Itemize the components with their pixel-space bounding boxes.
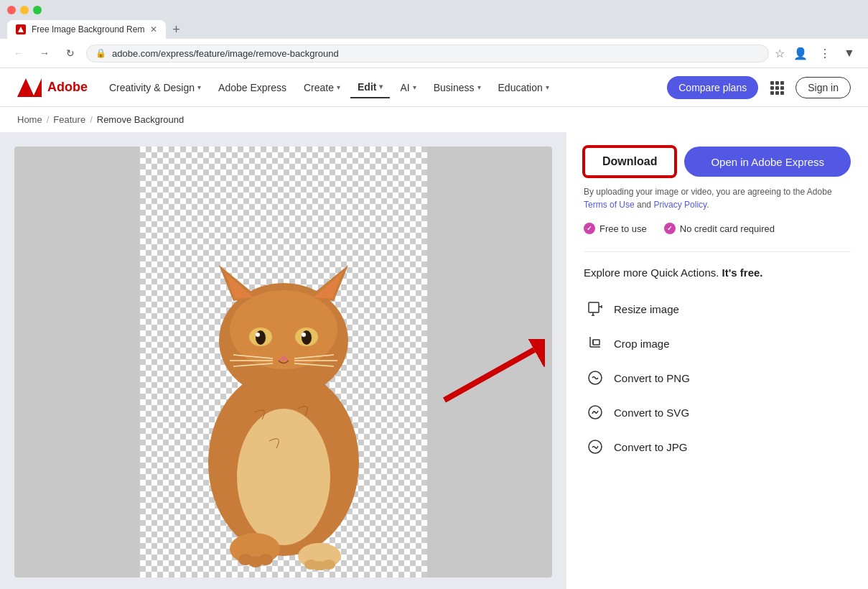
nav-edit[interactable]: Edit ▾ (350, 77, 390, 98)
terms-of-use-link[interactable]: Terms of Use (584, 200, 635, 210)
svg-point-37 (258, 554, 273, 565)
svg-rect-11 (780, 91, 784, 95)
breadcrumb-home[interactable]: Home (17, 114, 42, 125)
svg-rect-9 (770, 91, 774, 95)
forward-button[interactable]: → (34, 43, 55, 63)
svg-rect-10 (775, 91, 779, 95)
svg-marker-1 (17, 78, 34, 97)
image-panel (0, 132, 566, 589)
chevron-down-icon: ▾ (197, 83, 201, 91)
resize-icon (587, 300, 604, 317)
address-input[interactable] (112, 48, 760, 59)
svg-point-23 (302, 330, 312, 345)
chevron-down-icon: ▾ (413, 83, 416, 91)
nav-education[interactable]: Education ▾ (491, 78, 556, 98)
breadcrumb-separator-1: / (47, 114, 50, 125)
divider (584, 251, 851, 252)
extensions-button[interactable]: ▼ (839, 43, 859, 63)
image-container (14, 147, 552, 578)
bookmark-icon[interactable]: ☆ (775, 47, 785, 60)
nav-adobe-express[interactable]: Adobe Express (211, 78, 294, 98)
breadcrumb-current: Remove Background (97, 114, 184, 125)
breadcrumb: Home / Feature / Remove Background (0, 107, 868, 132)
action-buttons: Download Open in Adobe Express (584, 147, 851, 177)
main-navigation: Adobe Creativity & Design ▾ Adobe Expres… (0, 68, 868, 107)
convert-png-icon (587, 369, 604, 386)
chevron-down-icon: ▾ (477, 83, 481, 91)
free-badges: Free to use No credit card required (584, 223, 851, 234)
right-panel: Download Open in Adobe Express By upload… (566, 132, 868, 589)
tab-favicon (16, 24, 26, 34)
svg-rect-5 (780, 81, 784, 85)
back-button[interactable]: ← (9, 43, 29, 63)
convert-jpg-icon (587, 438, 604, 455)
svg-point-13 (237, 409, 330, 545)
quick-action-svg[interactable]: Convert to SVG (584, 396, 851, 428)
breadcrumb-separator-2: / (90, 114, 93, 125)
new-tab-button[interactable]: + (167, 21, 185, 38)
compare-plans-button[interactable]: Compare plans (667, 76, 758, 99)
quick-action-crop[interactable]: Crop image (584, 328, 851, 359)
maximize-window-button[interactable] (33, 6, 42, 14)
address-bar[interactable]: 🔒 (86, 45, 769, 62)
cat-image (147, 154, 420, 570)
browser-chrome: Free Image Background Rem ✕ + ← → ↻ 🔒 ☆ … (0, 0, 868, 68)
open-in-adobe-express-button[interactable]: Open in Adobe Express (684, 147, 851, 177)
quick-action-png[interactable]: Convert to PNG (584, 362, 851, 394)
cat-svg (176, 197, 391, 570)
privacy-policy-link[interactable]: Privacy Policy (653, 200, 706, 210)
browser-toolbar: ← → ↻ 🔒 ☆ 👤 ⋮ ▼ (0, 39, 868, 68)
nav-ai[interactable]: AI ▾ (393, 78, 423, 98)
adobe-wordmark: Adobe (47, 80, 88, 95)
tab-bar: Free Image Background Rem ✕ + (7, 20, 861, 39)
tab-close-button[interactable]: ✕ (150, 24, 157, 34)
refresh-button[interactable]: ↻ (60, 43, 80, 63)
lock-icon: 🔒 (95, 48, 106, 58)
svg-point-22 (256, 330, 266, 345)
svg-rect-3 (770, 81, 774, 85)
svg-rect-7 (775, 86, 779, 90)
browser-menu-button[interactable]: ⋮ (815, 43, 835, 63)
quick-action-jpg[interactable]: Convert to JPG (584, 431, 851, 463)
active-tab[interactable]: Free Image Background Rem ✕ (7, 20, 166, 39)
sign-in-button[interactable]: Sign in (795, 77, 851, 98)
adobe-site: Adobe Creativity & Design ▾ Adobe Expres… (0, 68, 868, 589)
minimize-window-button[interactable] (20, 6, 29, 14)
no-credit-card-badge: No credit card required (664, 223, 775, 234)
crop-icon (587, 335, 604, 352)
free-to-use-icon (584, 223, 595, 234)
quick-actions-list: Resize image Crop image Convert to PNG (584, 293, 851, 463)
chevron-down-icon: ▾ (337, 83, 340, 91)
adobe-logo[interactable]: Adobe (17, 78, 88, 97)
svg-point-40 (322, 560, 335, 570)
close-window-button[interactable] (7, 6, 16, 14)
free-to-use-badge: Free to use (584, 223, 647, 234)
svg-line-42 (444, 350, 534, 400)
chevron-down-icon: ▾ (546, 83, 549, 91)
svg-marker-2 (33, 78, 42, 97)
explore-heading: Explore more Quick Actions. It's free. (584, 266, 851, 279)
nav-create[interactable]: Create ▾ (297, 78, 347, 98)
user-profile-button[interactable]: 👤 (790, 43, 811, 63)
traffic-lights (7, 6, 861, 14)
nav-items: Creativity & Design ▾ Adobe Express Crea… (102, 77, 667, 98)
nav-creativity-design[interactable]: Creativity & Design ▾ (102, 78, 208, 98)
adobe-logo-icon (17, 78, 42, 97)
nav-right-actions: Compare plans Sign in (667, 76, 851, 99)
download-button[interactable]: Download (584, 147, 676, 177)
svg-point-25 (302, 333, 306, 337)
svg-rect-51 (593, 340, 599, 345)
svg-point-24 (256, 333, 260, 337)
breadcrumb-feature[interactable]: Feature (53, 114, 85, 125)
nav-business[interactable]: Business ▾ (426, 78, 488, 98)
apps-grid-icon[interactable] (765, 76, 788, 99)
svg-rect-6 (770, 86, 774, 90)
tab-title: Free Image Background Rem (32, 24, 144, 34)
main-content: Download Open in Adobe Express By upload… (0, 132, 868, 589)
quick-action-resize[interactable]: Resize image (584, 293, 851, 325)
svg-marker-0 (18, 27, 24, 32)
chevron-down-icon: ▾ (379, 83, 383, 91)
convert-svg-icon (587, 404, 604, 421)
svg-rect-4 (775, 81, 779, 85)
red-arrow-annotation (430, 339, 545, 414)
